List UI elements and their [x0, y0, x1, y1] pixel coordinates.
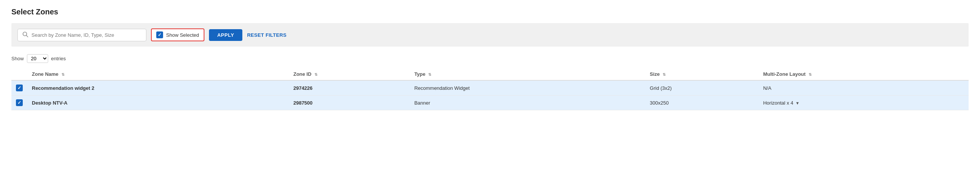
filter-bar: Show Selected APPLY RESET FILTERS	[11, 23, 969, 47]
col-checkbox	[11, 68, 27, 80]
row-checkbox[interactable]	[16, 84, 23, 91]
page-container: Select Zones Show Selected APPLY RESET F…	[0, 0, 980, 118]
show-label: Show	[11, 56, 24, 61]
col-multi-zone: Multi-Zone Layout ⇅	[759, 68, 969, 80]
show-selected-checkbox[interactable]	[156, 32, 163, 38]
col-zone-id: Zone ID ⇅	[289, 68, 410, 80]
sort-zone-name[interactable]: ⇅	[61, 72, 64, 76]
zones-table: Zone Name ⇅ Zone ID ⇅ Type ⇅ Size ⇅ Mult…	[11, 68, 969, 110]
zone-name-cell: Desktop NTV-A	[27, 96, 289, 110]
search-input[interactable]	[32, 32, 142, 38]
table-header: Zone Name ⇅ Zone ID ⇅ Type ⇅ Size ⇅ Mult…	[11, 68, 969, 80]
col-size: Size ⇅	[645, 68, 759, 80]
table-body: Recommendation widget 22974226Recommenda…	[11, 80, 969, 110]
sort-zone-id[interactable]: ⇅	[314, 72, 317, 76]
svg-line-1	[27, 35, 28, 37]
row-checkbox[interactable]	[16, 99, 23, 106]
show-selected-toggle[interactable]: Show Selected	[151, 29, 204, 41]
col-zone-name: Zone Name ⇅	[27, 68, 289, 80]
table-row: Recommendation widget 22974226Recommenda…	[11, 80, 969, 96]
multi-zone-cell: N/A	[759, 80, 969, 96]
zone-name-cell: Recommendation widget 2	[27, 80, 289, 96]
sort-multi-zone[interactable]: ⇅	[808, 72, 811, 76]
search-icon	[22, 32, 29, 39]
zone-id-cell: 2987500	[289, 96, 410, 110]
zone-id-cell: 2974226	[289, 80, 410, 96]
show-selected-label: Show Selected	[166, 32, 199, 38]
search-wrapper	[18, 29, 146, 41]
size-cell: Grid (3x2)	[645, 80, 759, 96]
multi-zone-dropdown-arrow[interactable]: ▼	[795, 101, 799, 105]
size-cell: 300x250	[645, 96, 759, 110]
type-cell: Recommendation Widget	[410, 80, 645, 96]
apply-button[interactable]: APPLY	[209, 29, 243, 41]
row-select-cell	[11, 80, 27, 96]
table-row: Desktop NTV-A2987500Banner300x250Horizon…	[11, 96, 969, 110]
show-entries-row: Show 20 50 100 entries	[11, 54, 969, 63]
multi-zone-cell[interactable]: Horizontal x 4 ▼	[759, 96, 969, 110]
page-title: Select Zones	[11, 8, 969, 16]
reset-filters-button[interactable]: RESET FILTERS	[247, 32, 286, 38]
col-type: Type ⇅	[410, 68, 645, 80]
sort-type[interactable]: ⇅	[428, 72, 431, 76]
sort-size[interactable]: ⇅	[663, 72, 666, 76]
entries-select[interactable]: 20 50 100	[27, 54, 48, 63]
row-select-cell	[11, 96, 27, 110]
type-cell: Banner	[410, 96, 645, 110]
entries-label: entries	[51, 56, 66, 61]
